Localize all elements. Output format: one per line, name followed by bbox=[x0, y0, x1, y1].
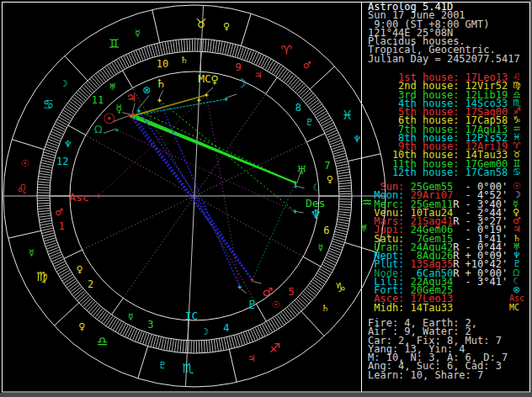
planet-list: Sun: 25Gem55 - 0°00'☉ Moon: 29Ari07 - 4°… bbox=[368, 183, 508, 312]
chart-header: Astrolog 5.41D Sun 17 June 2001 9:00 (ST… bbox=[368, 3, 520, 63]
astrolog-window: ♈♂♉♀♊☿♋☽♌☉♍☿♎♀♏♇♐♃♑♄♒♅♓♆1♂2♀3☿4☽5☉6☿7♀8♇… bbox=[0, 0, 532, 397]
planet-motion bbox=[453, 302, 459, 314]
planet-label: Midh: bbox=[368, 302, 404, 314]
house-cusp-text: 12th house: 17Can58 bbox=[368, 167, 508, 178]
stats-list: Fire: 4, Earth: 2, Air : 9, Water: 2 Car… bbox=[368, 319, 508, 379]
zodiac-sign-icon: ♋ bbox=[513, 167, 521, 177]
info-panel: Astrolog 5.41D Sun 17 June 2001 9:00 (ST… bbox=[0, 0, 532, 397]
house-row: 12th house: 17Can58♋ bbox=[368, 168, 508, 177]
midh-symbol: MC bbox=[509, 304, 519, 312]
stat-learn-share: Learn: 10, Share: 7 bbox=[368, 371, 508, 379]
julian-day: Julian Day = 2452077.5417 bbox=[368, 55, 520, 63]
planet-row: Midh: 14Tau33 MC bbox=[368, 304, 508, 312]
house-list: 1st house: 17Leo13♌ 2nd house: 12Vir52♍ … bbox=[368, 73, 508, 177]
planet-position: 14Tau33 bbox=[404, 302, 453, 314]
